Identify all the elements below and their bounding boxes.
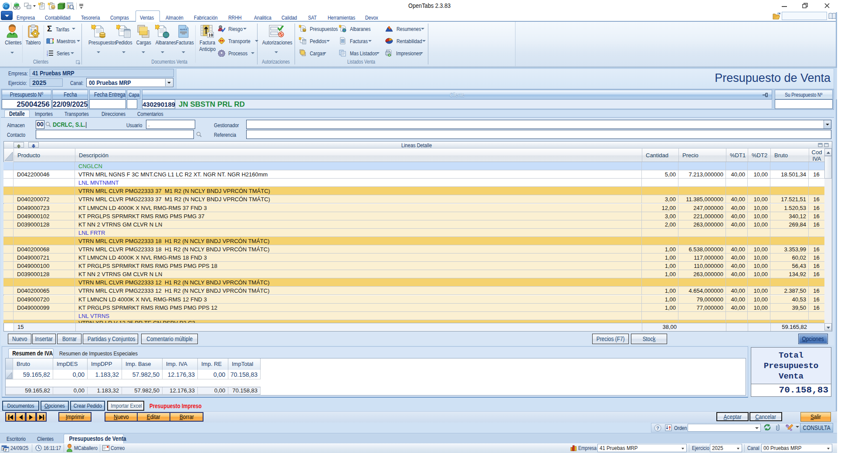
svg-text:?: ?: [656, 426, 659, 431]
svg-text:3: 3: [47, 54, 48, 56]
svg-text:NVRX: NVRX: [180, 28, 187, 31]
svg-text:10: 10: [208, 32, 214, 37]
svg-text:7: 7: [5, 448, 7, 452]
